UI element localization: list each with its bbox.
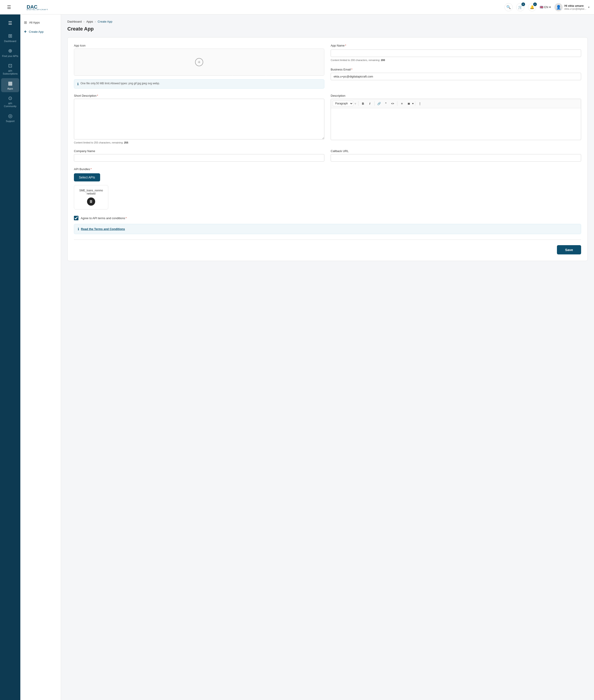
app-name-required: * — [345, 44, 346, 47]
api-bundles-required: * — [91, 168, 92, 171]
form-card: App Icon + ℹ One file only.50 MB limit.A… — [67, 37, 588, 261]
sub-sidebar-create-app[interactable]: + Create App — [20, 27, 61, 37]
sidebar-item-apps[interactable]: ▦ Apps — [1, 78, 19, 92]
sidebar-label-api-subscriptions: API Subscriptions — [2, 70, 18, 75]
hamburger-btn[interactable]: ☰ — [4, 3, 13, 12]
app-icon-group: App Icon + ℹ One file only.50 MB limit.A… — [74, 44, 324, 89]
notification-btn[interactable]: 🔔 1 — [528, 3, 536, 11]
form-row-3: Company Name Callback URL — [74, 149, 581, 162]
sidebar-label-find-apis: Find your APIs — [2, 55, 18, 58]
dashboard-icon: ⊞ — [8, 33, 12, 39]
avatar: 👤 — [555, 3, 563, 11]
support-icon: ◎ — [8, 113, 12, 119]
sub-sidebar: ⊞ All Apps + Create App — [20, 14, 61, 700]
sidebar-label-dashboard: Dashboard — [4, 40, 16, 42]
terms-info-icon: ℹ — [78, 227, 79, 231]
short-desc-group: Short Description* Content limited to 25… — [74, 94, 324, 144]
company-name-input[interactable] — [74, 154, 324, 162]
user-chevron-icon: ▾ — [588, 6, 590, 9]
icon-upload-area[interactable]: + — [74, 48, 324, 76]
breadcrumb: Dashboard › Apps › Create App — [67, 20, 588, 23]
app-name-label: App Name* — [331, 44, 581, 47]
upload-plus-icon: + — [195, 58, 203, 66]
sidebar: ☰ ⊞ Dashboard ⊕ Find your APIs ⊡ API Sub… — [0, 14, 20, 700]
more-options-btn[interactable]: ⋮ — [417, 100, 423, 107]
code-btn[interactable]: <> — [390, 100, 396, 107]
callback-url-group: Callback URL — [331, 149, 581, 162]
main-content: Dashboard › Apps › Create App Create App… — [61, 14, 594, 700]
language-selector[interactable]: 🇬🇧 EN ▾ — [540, 5, 551, 9]
api-community-icon: ⊙ — [8, 95, 12, 101]
description-group: Description Paragraph ▾ B I 🔗 — [331, 94, 581, 144]
breadcrumb-sep-1: › — [84, 20, 85, 23]
app-name-input[interactable] — [331, 49, 581, 57]
list-ul-btn[interactable]: ≡ — [399, 100, 405, 107]
callback-url-label: Callback URL — [331, 149, 581, 153]
company-name-group: Company Name — [74, 149, 324, 162]
short-desc-textarea[interactable] — [74, 99, 324, 139]
description-label: Description — [331, 94, 581, 97]
api-bundles-section: API Bundles* Select APIs SME_loans_nonmo… — [74, 167, 581, 209]
apps-icon: ▦ — [8, 80, 13, 86]
list-chevron[interactable]: ▾ — [412, 102, 414, 105]
business-email-label: Business Email* — [331, 68, 352, 71]
italic-btn[interactable]: I — [367, 100, 373, 107]
app-name-char-limit: Content limited to 200 characters, remai… — [331, 59, 581, 62]
all-apps-icon: ⊞ — [24, 20, 27, 25]
cart-badge: 0 — [522, 2, 525, 6]
sub-sidebar-all-apps[interactable]: ⊞ All Apps — [20, 18, 61, 27]
save-row: Save — [74, 245, 581, 254]
toolbar-sep-1 — [358, 101, 359, 106]
api-bundles-label: API Bundles* — [74, 168, 92, 171]
user-menu[interactable]: 👤 Hi ekta umare ekta.u+pc@digital... ▾ — [555, 3, 590, 11]
lang-chevron-icon: ▾ — [549, 5, 551, 9]
quote-btn[interactable]: " — [383, 100, 389, 107]
app-icon-label: App Icon — [74, 44, 324, 47]
form-row-2: Short Description* Content limited to 25… — [74, 94, 581, 144]
api-bundle-card: SME_loans_nonmo netised 🗑 — [74, 185, 108, 209]
terms-required: * — [126, 216, 127, 220]
terms-link[interactable]: Read the Terms and Conditions — [81, 227, 125, 231]
short-desc-char-limit: Content limited to 255 characters, remai… — [74, 141, 324, 144]
header-right: 🔍 🛒 0 🔔 1 🇬🇧 EN ▾ 👤 Hi ekta umare ekta.u… — [504, 3, 590, 11]
form-row-1: App Icon + ℹ One file only.50 MB limit.A… — [74, 44, 581, 89]
app-name-group: App Name* Content limited to 200 charact… — [331, 44, 581, 89]
toolbar-sep-3 — [397, 101, 397, 106]
paragraph-select[interactable]: Paragraph — [333, 101, 353, 106]
sidebar-label-api-community: API Community — [2, 102, 18, 108]
breadcrumb-apps[interactable]: Apps — [86, 20, 93, 23]
description-content[interactable] — [331, 108, 581, 140]
terms-checkbox[interactable] — [74, 216, 78, 220]
sidebar-label-apps: Apps — [7, 87, 13, 90]
sidebar-item-dashboard[interactable]: ⊞ Dashboard — [1, 31, 19, 45]
select-apis-button[interactable]: Select APIs — [74, 173, 100, 181]
page-title: Create App — [67, 26, 588, 32]
sidebar-item-api-community[interactable]: ⊙ API Community — [1, 93, 19, 110]
breadcrumb-current: Create App — [98, 20, 112, 23]
sidebar-item-api-subscriptions[interactable]: ⊡ API Subscriptions — [1, 61, 19, 77]
callback-url-input[interactable] — [331, 154, 581, 162]
sub-sidebar-label-create-app: Create App — [29, 30, 44, 33]
bold-btn[interactable]: B — [360, 100, 366, 107]
delete-bundle-btn[interactable]: 🗑 — [87, 198, 95, 206]
search-btn[interactable]: 🔍 — [504, 3, 513, 11]
layout: ☰ ⊞ Dashboard ⊕ Find your APIs ⊡ API Sub… — [0, 14, 594, 700]
logo: DAC DIGITAL APICRAFT — [25, 4, 48, 11]
sub-sidebar-label-all-apps: All Apps — [29, 21, 40, 24]
short-desc-required: * — [97, 94, 98, 97]
business-email-input[interactable] — [331, 73, 581, 80]
cart-btn[interactable]: 🛒 0 — [516, 3, 524, 11]
api-bundle-name: SME_loans_nonmo netised — [79, 189, 103, 195]
sidebar-item-find-apis[interactable]: ⊕ Find your APIs — [1, 46, 19, 60]
find-apis-icon: ⊕ — [8, 48, 12, 54]
business-email-group: Business Email* — [331, 67, 581, 80]
sidebar-item-support[interactable]: ◎ Support — [1, 111, 19, 125]
flag-icon: 🇬🇧 — [540, 5, 543, 9]
save-button[interactable]: Save — [557, 245, 581, 254]
link-btn[interactable]: 🔗 — [376, 100, 382, 107]
sidebar-hamburger[interactable]: ☰ — [5, 18, 15, 28]
info-icon: ℹ — [77, 82, 79, 86]
terms-info-box: ℹ Read the Terms and Conditions — [74, 224, 581, 234]
breadcrumb-dashboard[interactable]: Dashboard — [67, 20, 82, 23]
list-ol-btn[interactable]: ≣ — [405, 100, 412, 107]
